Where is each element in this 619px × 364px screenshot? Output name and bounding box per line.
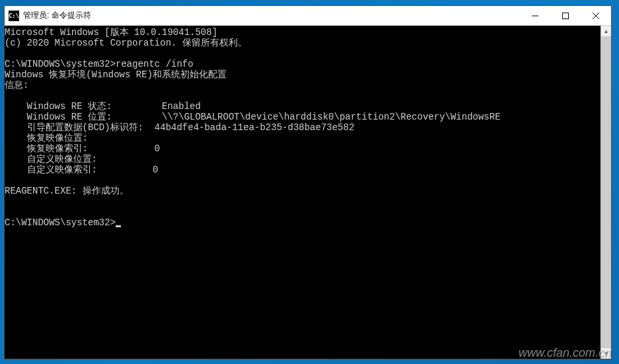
minimize-button[interactable] <box>520 6 550 25</box>
command-prompt-window: C:\ 管理员: 命令提示符 Microsoft Windows [版本 10.… <box>4 5 612 359</box>
recovery-image-idx-label: 恢复映像索引: <box>27 143 88 154</box>
window-controls <box>520 6 611 25</box>
re-status-label: Windows RE 状态: <box>27 101 112 112</box>
titlebar[interactable]: C:\ 管理员: 命令提示符 <box>5 6 611 26</box>
maximize-icon <box>562 13 569 19</box>
window-title: 管理员: 命令提示符 <box>23 10 91 21</box>
scrollbar[interactable]: ▲ ▼ <box>601 26 611 359</box>
copyright-line: (c) 2020 Microsoft Corporation. 保留所有权利。 <box>5 38 247 48</box>
re-status-value: Enabled <box>162 101 201 112</box>
version-line: Microsoft Windows [版本 10.0.19041.508] <box>5 27 217 38</box>
close-icon <box>593 13 599 19</box>
prompt-line-2: C:\WINDOWS\system32> <box>5 217 116 228</box>
recovery-image-idx-value: 0 <box>155 143 160 154</box>
info-line: 信息: <box>5 80 28 91</box>
custom-image-idx-value: 0 <box>153 164 158 175</box>
re-location-label: Windows RE 位置: <box>27 112 112 122</box>
custom-image-idx-label: 自定义映像索引: <box>27 164 97 175</box>
prompt-line-1: C:\WINDOWS\system32>reagentc /info <box>5 59 194 69</box>
titlebar-left: C:\ 管理员: 命令提示符 <box>5 10 91 21</box>
cursor <box>116 225 121 227</box>
terminal-area: Microsoft Windows [版本 10.0.19041.508] (c… <box>5 26 611 359</box>
re-location-value: \\?\GLOBALROOT\device\harddisk0\partitio… <box>162 112 500 122</box>
close-button[interactable] <box>581 6 611 25</box>
recovery-image-loc-label: 恢复映像位置: <box>27 133 88 143</box>
scroll-up-button[interactable]: ▲ <box>601 26 611 36</box>
maximize-button[interactable] <box>550 6 581 25</box>
winre-header-line: Windows 恢复环境(Windows RE)和系统初始化配置 <box>5 69 227 80</box>
scroll-down-button[interactable]: ▼ <box>601 348 611 359</box>
terminal-output[interactable]: Microsoft Windows [版本 10.0.19041.508] (c… <box>5 26 601 359</box>
success-line: REAGENTC.EXE: 操作成功。 <box>5 186 129 196</box>
bcd-label: 引导配置数据(BCD)标识符: <box>27 122 143 133</box>
minimize-icon <box>532 13 538 19</box>
svg-rect-1 <box>563 13 569 18</box>
custom-image-loc-label: 自定义映像位置: <box>27 154 97 164</box>
scroll-thumb[interactable] <box>601 36 611 348</box>
bcd-value: 44b4dfe4-bada-11ea-b235-d38bae73e582 <box>155 122 354 133</box>
cmd-icon: C:\ <box>9 11 19 21</box>
